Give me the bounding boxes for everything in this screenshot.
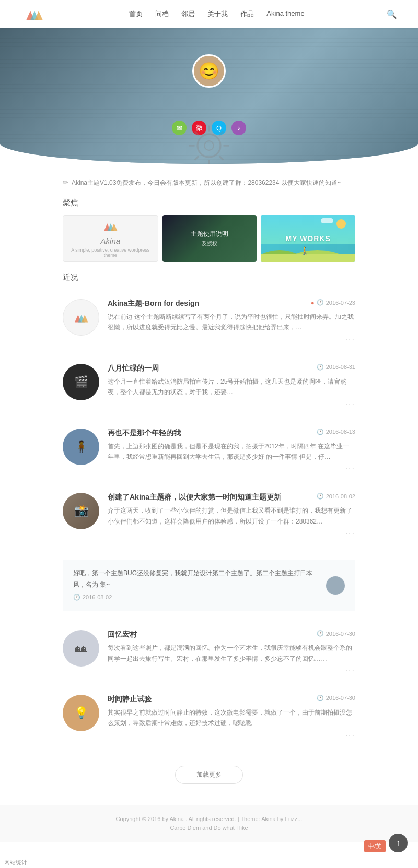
comment-content: 好吧，第一个主题BUG还没修复完，我就开始设计第二个主题了。第二个主题主打日本风… xyxy=(73,568,320,603)
post-meta: 再也不是那个年轻的我 🕐 2016-08-13 xyxy=(108,429,355,438)
post-meta: 创建了Akina主题群，以便大家第一时间知道主题更新 🕐 2016-08-02 xyxy=(108,493,355,502)
nav-neighbor[interactable]: 邻居 xyxy=(181,9,195,19)
recent-title: 近况 xyxy=(63,272,355,282)
nav-wendan[interactable]: 问档 xyxy=(155,9,169,19)
navbar: 首页 问档 邻居 关于我 作品 Akina theme 🔍 xyxy=(0,0,418,28)
clock-icon: 🕐 xyxy=(317,429,324,435)
pencil-icon: ✏ xyxy=(63,179,68,186)
post-more: ··· xyxy=(108,400,355,409)
nav-links: 首页 问档 邻居 关于我 作品 Akina theme xyxy=(129,9,304,19)
post-title[interactable]: 创建了Akina主题群，以便大家第一时间知道主题更新 xyxy=(108,493,281,502)
recent-list: Akina主题-Born for design ● 🕐 2016-07-23 说… xyxy=(63,290,355,750)
post-content: 八月忙碌的一周 🕐 2016-08-31 这个月一直忙着给武汉消防局拍宣传片，2… xyxy=(108,364,355,409)
clock-icon: 🕐 xyxy=(317,299,324,306)
comment-avatar xyxy=(326,576,345,595)
post-title[interactable]: 再也不是那个年轻的我 xyxy=(108,429,181,438)
card-forest[interactable]: 主题使用说明 及授权 xyxy=(162,215,257,262)
clock-icon: 🕐 xyxy=(317,493,324,500)
card-akina[interactable]: Akina A simple, positive, creative wordp… xyxy=(63,215,158,262)
post-excerpt: 这个月一直忙着给武汉消防局拍宣传片，25号开始拍摄，这几天也是紧的啊哈，请官熬夜… xyxy=(108,376,355,398)
post-more: ··· xyxy=(108,731,355,740)
forest-title: 主题使用说明 xyxy=(191,230,228,239)
post-thumbnail: 💡 xyxy=(63,695,99,731)
footer: Copyright © 2016 by Akina . All rights r… xyxy=(0,805,418,842)
footer-line2: Carpe Diem and Do what I like xyxy=(0,825,418,831)
nav-home[interactable]: 首页 xyxy=(129,9,143,19)
load-more-button[interactable]: 加载更多 xyxy=(175,766,243,784)
svg-line-12 xyxy=(219,132,224,136)
comment-box: 好吧，第一个主题BUG还没修复完，我就开始设计第二个主题了。第二个主题主打日本风… xyxy=(63,560,355,611)
akina-name: Akina xyxy=(101,236,121,245)
post-content: Akina主题-Born for design ● 🕐 2016-07-23 说… xyxy=(108,299,355,344)
post-content: 时间静止试验 🕐 2016-07-30 其实很早之前就做过时间静止的特效，这次微… xyxy=(108,695,355,740)
post-more: ··· xyxy=(108,529,355,538)
hero-banner: 😊 ✉ 微 Q ♪ xyxy=(0,28,418,164)
post-date: ● 🕐 2016-07-23 xyxy=(311,299,355,306)
post-item: 💡 时间静止试验 🕐 2016-07-30 其实很早之前就做过时间静止的特效，这… xyxy=(63,685,355,750)
post-thumbnail: 🧍 xyxy=(63,429,99,465)
landscape-icon: 🚶 xyxy=(261,242,355,262)
post-thumbnail: 🎬 xyxy=(63,364,99,400)
svg-line-9 xyxy=(195,132,199,136)
post-date: 🕐 2016-07-30 xyxy=(317,695,355,701)
post-thumbnail: 🏘 xyxy=(63,630,99,667)
post-date: 🕐 2016-08-13 xyxy=(317,429,355,435)
post-item: 🎬 八月忙碌的一周 🕐 2016-08-31 这个月一直忙着给武汉消防局拍宣传片… xyxy=(63,354,355,419)
nav-works[interactable]: 作品 xyxy=(240,9,254,19)
post-date: 🕐 2016-08-02 xyxy=(317,493,355,500)
clock-icon: 🕐 xyxy=(317,630,324,637)
post-meta: 回忆宏村 🕐 2016-07-30 xyxy=(108,630,355,639)
recent-section: 近况 Akina主题-Born for design ● 🕐 2016-07-2… xyxy=(63,272,355,750)
svg-line-11 xyxy=(195,156,199,160)
post-thumbnail: 📸 xyxy=(63,493,99,529)
load-more-section: 加载更多 xyxy=(0,766,418,784)
sun-icon xyxy=(336,219,346,229)
search-icon[interactable]: 🔍 xyxy=(387,9,397,19)
post-item: 📸 创建了Akina主题群，以便大家第一时间知道主题更新 🕐 2016-08-0… xyxy=(63,483,355,548)
nav-akina-theme[interactable]: Akina theme xyxy=(266,9,304,19)
post-excerpt: 首先，上边那张图的确是我，但是不是现在的我，拍摄于2012年，时隔四年 在这毕业… xyxy=(108,441,355,462)
featured-section: 聚焦 Akina A simple, positive, creative wo… xyxy=(63,198,355,262)
announcement-text: Akina主题V1.03免费发布，今日会有版本更新，所以创建了群：2803622… xyxy=(72,179,341,187)
hiker-icon: 🚶 xyxy=(300,246,309,255)
logo[interactable] xyxy=(21,6,47,22)
post-meta: 时间静止试验 🕐 2016-07-30 xyxy=(108,695,355,704)
gear-icon xyxy=(180,117,238,164)
post-excerpt: 介于这两天，收到了一些小伙伴的打赏，但是微信上我又看不到是谁打的，我想有更新了小… xyxy=(108,505,355,527)
akina-logo xyxy=(100,219,121,234)
featured-cards: Akina A simple, positive, creative wordp… xyxy=(63,215,355,262)
post-title[interactable]: 回忆宏村 xyxy=(108,630,137,639)
post-content: 创建了Akina主题群，以便大家第一时间知道主题更新 🕐 2016-08-02 … xyxy=(108,493,355,538)
post-title[interactable]: 八月忙碌的一周 xyxy=(108,364,159,373)
forest-subtitle: 及授权 xyxy=(191,240,228,247)
comment-date: 🕐 2016-08-02 xyxy=(73,592,320,603)
post-excerpt: 其实很早之前就做过时间静止的特效，这次微电影需要，就做了一个，由于前期拍摄没怎么… xyxy=(108,707,355,729)
post-item: 🧍 再也不是那个年轻的我 🕐 2016-08-13 首先，上边那张图的确是我，但… xyxy=(63,419,355,484)
svg-line-10 xyxy=(219,156,224,160)
pinned-dot: ● xyxy=(311,300,315,306)
post-more: ··· xyxy=(108,666,355,675)
footer-line1: Copyright © 2016 by Akina . All rights r… xyxy=(0,816,418,822)
post-excerpt: 说在前边 这个主题断断续续写了有两个月了，说为平时也很忙，只能抽时间来弄。加之我… xyxy=(108,312,355,333)
akina-subtitle: A simple, positive, creative wordpress t… xyxy=(63,247,158,258)
nav-about[interactable]: 关于我 xyxy=(207,9,228,19)
post-more: ··· xyxy=(108,335,355,344)
clock-icon: 🕐 xyxy=(317,695,324,701)
post-excerpt: 每次看到这些照片，都是满满的回忆。作为一个艺术生，我很庆幸能够有机会跟整个系的同… xyxy=(108,643,355,664)
svg-rect-18 xyxy=(261,254,355,262)
comment-block: 好吧，第一个主题BUG还没修复完，我就开始设计第二个主题了。第二个主题主打日本风… xyxy=(63,548,355,621)
post-title[interactable]: Akina主题-Born for design xyxy=(108,299,199,308)
svg-point-3 xyxy=(198,134,220,157)
avatar: 😊 xyxy=(192,54,226,88)
language-badge[interactable]: 中/英 xyxy=(364,840,386,842)
svg-point-4 xyxy=(204,141,214,150)
cloud-icon xyxy=(321,218,333,223)
comment-text: 好吧，第一个主题BUG还没修复完，我就开始设计第二个主题了。第二个主题主打日本风… xyxy=(73,568,320,590)
post-meta: Akina主题-Born for design ● 🕐 2016-07-23 xyxy=(108,299,355,308)
card-works[interactable]: 🚶 MY WORKS xyxy=(261,215,355,262)
post-item: Akina主题-Born for design ● 🕐 2016-07-23 说… xyxy=(63,290,355,354)
post-thumbnail xyxy=(63,299,99,336)
post-content: 再也不是那个年轻的我 🕐 2016-08-13 首先，上边那张图的确是我，但是不… xyxy=(108,429,355,474)
post-meta: 八月忙碌的一周 🕐 2016-08-31 xyxy=(108,364,355,373)
post-title[interactable]: 时间静止试验 xyxy=(108,695,152,704)
